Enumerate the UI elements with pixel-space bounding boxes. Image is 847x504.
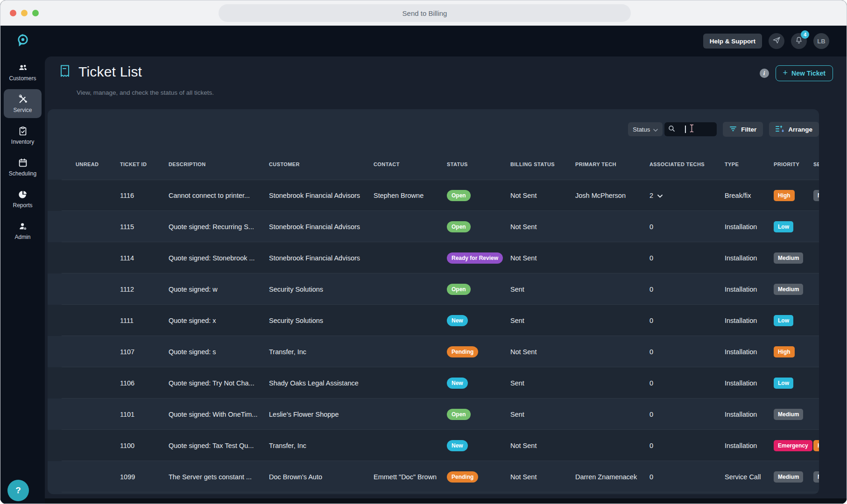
notification-count-badge: 4 bbox=[801, 30, 809, 39]
zoom-window-button[interactable] bbox=[32, 10, 39, 16]
status-badge: New bbox=[447, 440, 468, 451]
notifications-button[interactable]: 4 bbox=[791, 33, 807, 49]
cell-description: Quote signed: s bbox=[169, 348, 269, 356]
cell-associated-techs[interactable]: 2 bbox=[649, 192, 725, 199]
cell-priority: Medium bbox=[774, 471, 813, 483]
ticket-row-1101[interactable]: 1101Quote signed: With OneTim...Leslie's… bbox=[48, 399, 819, 430]
ticket-row-1112[interactable]: 1112Quote signed: wSecurity SolutionsOpe… bbox=[48, 273, 819, 305]
status-badge: Open bbox=[447, 221, 471, 232]
main-column: Help & Support 4 bbox=[45, 26, 847, 504]
cell-billing-status: Not Sent bbox=[510, 223, 575, 231]
column-header-priority[interactable]: PRIORITY bbox=[774, 161, 813, 167]
column-header-primary-tech[interactable]: PRIMARY TECH bbox=[575, 161, 649, 167]
priority-badge: Medium bbox=[774, 252, 803, 264]
cell-associated-techs: 0 bbox=[649, 286, 725, 293]
customers-icon bbox=[18, 63, 28, 73]
arrange-button[interactable]: Arrange bbox=[769, 122, 819, 137]
chevron-down-icon bbox=[653, 126, 658, 133]
cell-ticket-id: 1099 bbox=[120, 473, 169, 481]
info-icon[interactable]: i bbox=[760, 69, 769, 78]
plus-icon: + bbox=[783, 68, 788, 78]
sidebar-item-admin[interactable]: Admin bbox=[4, 216, 42, 245]
column-header-customer[interactable]: CUSTOMER bbox=[269, 161, 374, 167]
sidebar-item-label: Reports bbox=[13, 202, 32, 209]
sidebar-item-scheduling[interactable]: Scheduling bbox=[4, 153, 42, 182]
sidebar-item-inventory[interactable]: Inventory bbox=[4, 121, 42, 150]
column-header-billing-status[interactable]: BILLING STATUS bbox=[510, 161, 575, 167]
status-badge: New bbox=[447, 315, 468, 326]
column-header-type[interactable]: TYPE bbox=[725, 161, 774, 167]
cell-description: Quote signed: With OneTim... bbox=[169, 411, 269, 418]
cell-customer: Security Solutions bbox=[269, 286, 374, 293]
help-support-button[interactable]: Help & Support bbox=[703, 34, 762, 49]
priority-badge: Low bbox=[774, 315, 793, 326]
column-header-se[interactable]: SE bbox=[813, 161, 819, 167]
cell-description: Quote signed: w bbox=[169, 286, 269, 293]
cell-billing-status: Not Sent bbox=[510, 254, 575, 262]
cell-customer: Stonebrook Financial Advisors bbox=[269, 192, 374, 199]
sidebar-item-label: Admin bbox=[14, 234, 30, 240]
help-bubble-button[interactable]: ? bbox=[7, 480, 29, 501]
search-input[interactable] bbox=[664, 122, 717, 136]
cell-status: Open bbox=[447, 221, 510, 232]
table-body: 1116Cannot connect to printer...Stonebro… bbox=[48, 180, 819, 492]
sidebar-item-customers[interactable]: Customers bbox=[4, 57, 42, 86]
status-filter-dropdown[interactable]: Status bbox=[628, 122, 663, 136]
column-header-associated-techs[interactable]: ASSOCIATED TECHS bbox=[649, 161, 725, 167]
cell-customer: Doc Brown's Auto bbox=[269, 473, 374, 481]
table-header-row: UNREADTICKET IDDESCRIPTIONCUSTOMERCONTAC… bbox=[48, 156, 819, 172]
window-bottom-bar bbox=[0, 498, 847, 504]
cell-ticket-id: 1116 bbox=[120, 192, 169, 199]
send-message-button[interactable] bbox=[769, 33, 784, 49]
cell-priority: Low bbox=[774, 378, 813, 389]
cell-associated-techs: 0 bbox=[649, 223, 725, 231]
scheduling-icon bbox=[18, 158, 28, 168]
ticket-row-1106[interactable]: 1106Quote signed: Try Not Cha...Shady Oa… bbox=[48, 367, 819, 399]
ticket-row-1115[interactable]: 1115Quote signed: Recurring S...Stonebro… bbox=[48, 211, 819, 242]
column-header-status[interactable]: STATUS bbox=[447, 161, 510, 167]
priority-badge: High bbox=[774, 346, 795, 357]
top-header-bar: Help & Support 4 bbox=[45, 26, 847, 56]
cell-customer: Shady Oaks Legal Assistance bbox=[269, 379, 374, 387]
new-ticket-button[interactable]: + New Ticket bbox=[776, 65, 833, 81]
cell-customer: Stonebrook Financial Advisors bbox=[269, 223, 374, 231]
ticket-row-1114[interactable]: 1114Quote signed: Stonebrook ...Stonebro… bbox=[48, 242, 819, 273]
column-header-contact[interactable]: CONTACT bbox=[374, 161, 447, 167]
cell-description: Quote signed: Recurring S... bbox=[169, 223, 269, 231]
cell-billing-status: Not Sent bbox=[510, 192, 575, 199]
cell-status: Open bbox=[447, 409, 510, 420]
inventory-icon bbox=[18, 126, 28, 136]
status-badge: Open bbox=[447, 284, 471, 295]
cell-ticket-id: 1107 bbox=[120, 348, 169, 356]
sidebar-item-reports[interactable]: Reports bbox=[4, 184, 42, 213]
ticket-row-1111[interactable]: 1111Quote signed: xSecurity SolutionsNew… bbox=[48, 305, 819, 336]
admin-icon bbox=[18, 221, 28, 231]
user-avatar[interactable]: LB bbox=[813, 33, 829, 49]
cell-priority: High bbox=[774, 346, 813, 357]
sidebar-item-service[interactable]: Service bbox=[4, 89, 42, 118]
cell-priority: High bbox=[774, 190, 813, 201]
app-window: Send to Billing CustomersServiceInventor… bbox=[0, 0, 847, 504]
column-header-ticket-id[interactable]: TICKET ID bbox=[120, 161, 169, 167]
sidebar-item-label: Customers bbox=[9, 75, 36, 82]
sidebar-item-label: Inventory bbox=[11, 139, 34, 145]
ticket-row-1107[interactable]: 1107Quote signed: sTransfer, IncPendingN… bbox=[48, 336, 819, 367]
cell-priority: Low bbox=[774, 315, 813, 326]
filter-button[interactable]: Filter bbox=[723, 122, 763, 137]
column-header-description[interactable]: DESCRIPTION bbox=[169, 161, 269, 167]
priority-badge: Low bbox=[774, 221, 793, 232]
cell-ticket-id: 1111 bbox=[120, 317, 169, 324]
cell-severity: N bbox=[813, 471, 819, 483]
cell-associated-techs: 0 bbox=[649, 317, 725, 324]
address-bar[interactable]: Send to Billing bbox=[219, 4, 631, 22]
close-window-button[interactable] bbox=[10, 10, 16, 16]
cell-priority: Medium bbox=[774, 252, 813, 264]
ticket-row-1100[interactable]: 1100Quote signed: Tax Test Qu...Transfer… bbox=[48, 430, 819, 461]
ticket-row-1099[interactable]: 1099The Server gets constant ...Doc Brow… bbox=[48, 461, 819, 492]
app-logo-icon bbox=[15, 33, 30, 48]
cell-priority: Low bbox=[774, 221, 813, 232]
column-header-unread[interactable]: UNREAD bbox=[76, 161, 120, 167]
cell-type: Installation bbox=[725, 348, 774, 356]
minimize-window-button[interactable] bbox=[21, 10, 28, 16]
ticket-row-1116[interactable]: 1116Cannot connect to printer...Stonebro… bbox=[48, 180, 819, 211]
